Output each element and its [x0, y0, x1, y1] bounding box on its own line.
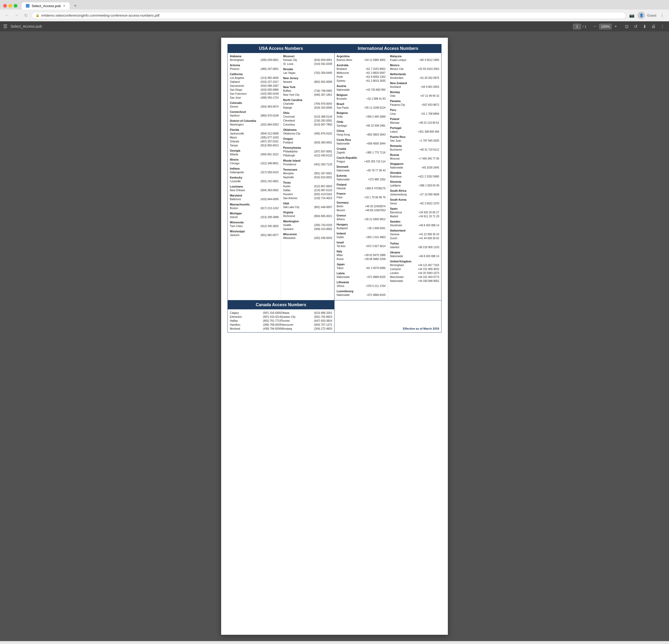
- address-bar[interactable]: 🔒 m4demo.videoconferencinginfo.com/meeti…: [32, 12, 626, 19]
- menu-button[interactable]: ⋮: [658, 12, 666, 19]
- state-indiana: Indiana Indianapolis(317) 559-5415: [230, 167, 279, 174]
- pdf-page-navigation: / 1: [573, 24, 586, 29]
- cast-button[interactable]: 📷: [628, 12, 636, 19]
- country-southkorea: South Korea Seoul+82 2 6022 2370: [390, 198, 439, 206]
- top-headers: USA Access Numbers International Access …: [227, 44, 442, 53]
- minimize-window-button[interactable]: [9, 4, 12, 8]
- country-croatia: Croatia Zagreb+385 1 775 7116: [337, 147, 386, 155]
- canada-section: Canada Access Numbers Calgary(587) 316-9…: [228, 300, 334, 332]
- country-uk: United Kingdom Birmingham+44 121 667 716…: [390, 260, 439, 283]
- country-bulgaria: Bulgaria Sofia+359 2 495 2689: [337, 111, 386, 119]
- country-turkey: Turkey Istanbul+90 216 900 1103: [390, 242, 439, 249]
- country-singapore: Singapore Nationwide+65 3158 2645: [390, 162, 439, 170]
- access-numbers-container: USA Access Numbers International Access …: [227, 44, 442, 333]
- usa-content: Alabama Birmingham(205) 639-0001 Arizona…: [228, 53, 334, 300]
- country-hungary: Hungary Budapest+36 1 848 0341: [337, 223, 386, 230]
- country-italy: Italy Milan+39 02 9475 2988 Rome+39 06 9…: [337, 250, 386, 261]
- country-romania: Romania Bucharest+40 31 710 6112: [390, 144, 439, 152]
- country-southafrica: South Africa Johannesburg+27 10 590 4608: [390, 189, 439, 196]
- country-lithuania: Lithuania Vilnius+370 5 211 1764: [337, 281, 386, 288]
- state-utah: Utah Salt Lake City(801) 448-0007: [283, 202, 332, 209]
- country-greece: Greece Athens+30 21 0300 9912: [337, 214, 386, 221]
- state-newjersey: New Jersey Newark(862) 902-0099: [283, 76, 332, 84]
- user-label: Guest: [647, 13, 656, 17]
- country-austria: Austria Nationwide+43 720 883 950: [337, 84, 386, 92]
- pdf-zoom-controls: − 100% +: [592, 23, 619, 29]
- state-california: California Los Angeles(213) 992-4640 Oak…: [230, 72, 279, 100]
- country-switzerland: Switzerland Geneva+41 22 508 30 33 Zuric…: [390, 229, 439, 240]
- state-alabama: Alabama Birmingham(205) 639-0001: [230, 55, 279, 62]
- pdf-more-button[interactable]: ⋮: [659, 23, 666, 30]
- state-pennsylvania: Pennsylvania Philadelphia(267) 507-0091 …: [283, 146, 332, 157]
- state-kentucky: Kentucky Louisville(502) 242-0001: [230, 176, 279, 183]
- intl-section-header: International Access Numbers: [334, 44, 442, 53]
- country-puertorico: Puerto Rico San Juan+1 787 945 0205: [390, 135, 439, 143]
- close-window-button[interactable]: [3, 4, 7, 8]
- country-ukraine: Ukraine Nationwide+46 8 403 088 14: [390, 251, 439, 258]
- country-netherlands: Netherlands Amsterdam+31 20 262 0975: [390, 72, 439, 80]
- country-sweden: Sweden Stockholm+46 8 403 088 14: [390, 220, 439, 227]
- tab-close-button[interactable]: ✕: [63, 4, 66, 8]
- pdf-print-button[interactable]: 🖨: [650, 23, 657, 30]
- country-denmark: Denmark Nationwide+45 78 77 38 43: [337, 165, 386, 172]
- pdf-zoom-in-button[interactable]: +: [613, 23, 619, 29]
- tab-title: Select_Access.pub: [32, 4, 61, 8]
- canada-section-header: Canada Access Numbers: [228, 300, 334, 309]
- pdf-download-button[interactable]: ⬇: [641, 23, 648, 30]
- pdf-fit-page-button[interactable]: ⊡: [623, 23, 630, 30]
- country-israel: Israel Tel Aviv+972 3 927 4614: [337, 241, 386, 248]
- usa-header-text: USA Access Numbers: [259, 46, 303, 51]
- active-tab[interactable]: Select_Access.pub ✕: [22, 2, 70, 10]
- country-chile: Chile Santiago+56 22 938 2481: [337, 120, 386, 128]
- country-newzealand: New Zealand Auckland+64 9 801 0553: [390, 82, 439, 89]
- pdf-sidebar-toggle[interactable]: ☰: [3, 24, 8, 29]
- effective-date-area: Effective as of March 2019: [334, 300, 441, 332]
- pdf-rotate-button[interactable]: ↺: [632, 23, 639, 30]
- lock-icon: 🔒: [35, 13, 40, 17]
- forward-button[interactable]: →: [13, 12, 20, 19]
- country-japan: Japan Tokyo+81 3 4579 0086: [337, 263, 386, 270]
- country-estonia: Estonia Nationwide+372 880 1352: [337, 174, 386, 181]
- canada-header-text: Canada Access Numbers: [256, 303, 306, 307]
- country-costarica: Costa Rica Nationwide+506 4000 3944: [337, 138, 386, 145]
- pdf-title: Select_Access.pub: [11, 24, 42, 28]
- state-missouri: Missouri Kansas City(816) 659-0001 St. L…: [283, 55, 332, 66]
- country-portugal: Portugal Lisbon+351 308 805 456: [390, 126, 439, 134]
- usa-col1: Alabama Birmingham(205) 639-0001 Arizona…: [228, 53, 281, 300]
- user-avatar[interactable]: 👤: [638, 12, 645, 19]
- country-peru: Peru Lima+51 1 708 6894: [390, 108, 439, 116]
- canada-col1: Calgary(587) 316-9305 Edmonton(587) 410-…: [230, 311, 281, 331]
- effective-date: Effective as of March 2019: [403, 327, 439, 330]
- state-minnesota: Minnesota Twin Cities(612) 345-3002: [230, 221, 279, 228]
- main-content-area: Alabama Birmingham(205) 639-0001 Arizona…: [227, 53, 442, 300]
- intl-col2: Malaysia Kuala Lumpur+60 3 9212 1965 Mex…: [388, 53, 442, 300]
- pdf-zoom-out-button[interactable]: −: [592, 23, 598, 29]
- canada-col2: Ottawa(613) 686-3261 Quebec City(581) 70…: [281, 311, 332, 331]
- country-poland: Poland Warsaw+48 22 116 80 61: [390, 117, 439, 125]
- new-tab-button[interactable]: +: [72, 2, 79, 10]
- usa-section-header: USA Access Numbers: [227, 44, 334, 53]
- state-maryland: Maryland Baltimore(410) 844-0095: [230, 194, 279, 201]
- maximize-window-button[interactable]: [14, 4, 17, 8]
- state-ohio: Ohio Cincinnati(513) 386-0134 Cleveland(…: [283, 111, 332, 127]
- country-france: France Paris+33 1 70 06 99 76: [337, 192, 386, 199]
- pdf-page-input[interactable]: [573, 24, 581, 29]
- back-button[interactable]: ←: [3, 12, 11, 19]
- country-slovakia: Slovakia Bratislava+421 2 3332 5680: [390, 171, 439, 179]
- reload-button[interactable]: ↻: [22, 12, 29, 19]
- country-ireland: Ireland Dublin+353 1 531 4863: [337, 232, 386, 239]
- state-illinois: Illinois Chicago(312) 348-8651: [230, 158, 279, 165]
- browser-chrome: Select_Access.pub ✕ + ← → ↻ 🔒 m4demo.vid…: [0, 0, 669, 22]
- pdf-toolbar: ☰ Select_Access.pub / 1 − 100% + ⊡ ↺ ⬇ 🖨…: [0, 22, 669, 31]
- state-mississippi: Mississippi Jackson(601) 882-0077: [230, 230, 279, 237]
- country-norway: Norway Oslo+47 21 99 94 15: [390, 90, 439, 98]
- country-czechrepublic: Czech Republic Prague+420 255 719 114: [337, 156, 386, 164]
- intl-header-text: International Access Numbers: [358, 46, 418, 51]
- tab-bar: Select_Access.pub ✕ +: [0, 0, 669, 10]
- pdf-container: USA Access Numbers International Access …: [0, 31, 669, 641]
- state-massachusetts: Massachusetts Boston(617) 213-1242: [230, 203, 279, 210]
- traffic-lights: [3, 4, 17, 8]
- state-rhodeisland: Rhode Island Providence(401) 283-7133: [283, 159, 332, 166]
- state-oklahoma: Oklahoma Oklahoma City(405) 875-0102: [283, 128, 332, 136]
- country-australia: Australia Brisbane+61 7 3152 8502 Melbou…: [337, 64, 386, 83]
